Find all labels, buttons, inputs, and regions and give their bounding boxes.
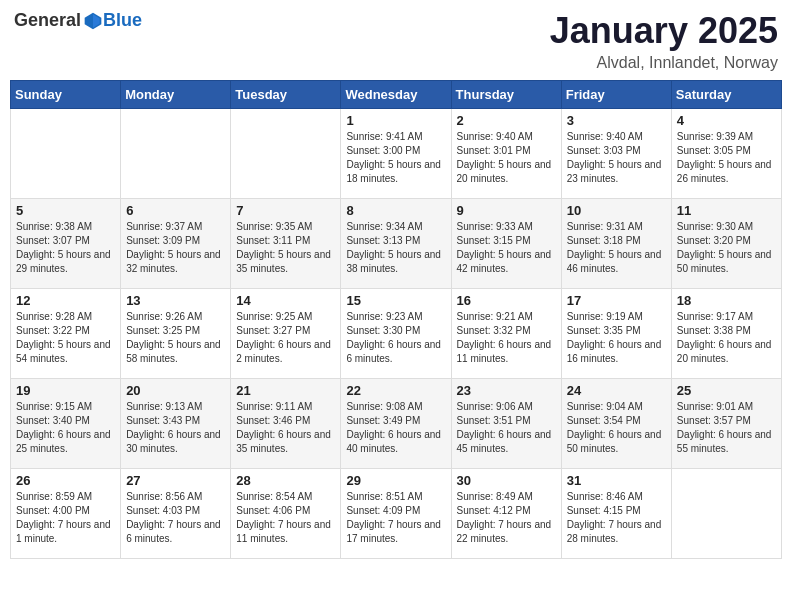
calendar-cell: 23Sunrise: 9:06 AM Sunset: 3:51 PM Dayli…: [451, 379, 561, 469]
day-number: 14: [236, 293, 335, 308]
day-info: Sunrise: 9:11 AM Sunset: 3:46 PM Dayligh…: [236, 400, 335, 456]
day-number: 3: [567, 113, 666, 128]
day-info: Sunrise: 9:28 AM Sunset: 3:22 PM Dayligh…: [16, 310, 115, 366]
day-info: Sunrise: 9:37 AM Sunset: 3:09 PM Dayligh…: [126, 220, 225, 276]
calendar-cell: 1Sunrise: 9:41 AM Sunset: 3:00 PM Daylig…: [341, 109, 451, 199]
day-info: Sunrise: 9:04 AM Sunset: 3:54 PM Dayligh…: [567, 400, 666, 456]
calendar-cell: 28Sunrise: 8:54 AM Sunset: 4:06 PM Dayli…: [231, 469, 341, 559]
calendar-cell: 9Sunrise: 9:33 AM Sunset: 3:15 PM Daylig…: [451, 199, 561, 289]
calendar-header-row: SundayMondayTuesdayWednesdayThursdayFrid…: [11, 81, 782, 109]
calendar-cell: 6Sunrise: 9:37 AM Sunset: 3:09 PM Daylig…: [121, 199, 231, 289]
calendar-cell: 22Sunrise: 9:08 AM Sunset: 3:49 PM Dayli…: [341, 379, 451, 469]
day-info: Sunrise: 9:23 AM Sunset: 3:30 PM Dayligh…: [346, 310, 445, 366]
calendar-cell: 30Sunrise: 8:49 AM Sunset: 4:12 PM Dayli…: [451, 469, 561, 559]
logo-blue: Blue: [103, 10, 142, 31]
calendar-cell: [11, 109, 121, 199]
day-info: Sunrise: 8:51 AM Sunset: 4:09 PM Dayligh…: [346, 490, 445, 546]
weekday-header: Thursday: [451, 81, 561, 109]
calendar-cell: [121, 109, 231, 199]
day-number: 30: [457, 473, 556, 488]
day-info: Sunrise: 9:17 AM Sunset: 3:38 PM Dayligh…: [677, 310, 776, 366]
calendar-cell: 17Sunrise: 9:19 AM Sunset: 3:35 PM Dayli…: [561, 289, 671, 379]
calendar-cell: 27Sunrise: 8:56 AM Sunset: 4:03 PM Dayli…: [121, 469, 231, 559]
calendar-cell: 12Sunrise: 9:28 AM Sunset: 3:22 PM Dayli…: [11, 289, 121, 379]
day-number: 15: [346, 293, 445, 308]
weekday-header: Wednesday: [341, 81, 451, 109]
day-info: Sunrise: 9:21 AM Sunset: 3:32 PM Dayligh…: [457, 310, 556, 366]
day-number: 23: [457, 383, 556, 398]
day-number: 18: [677, 293, 776, 308]
calendar-cell: 3Sunrise: 9:40 AM Sunset: 3:03 PM Daylig…: [561, 109, 671, 199]
calendar-cell: 13Sunrise: 9:26 AM Sunset: 3:25 PM Dayli…: [121, 289, 231, 379]
calendar-cell: 19Sunrise: 9:15 AM Sunset: 3:40 PM Dayli…: [11, 379, 121, 469]
calendar-cell: 16Sunrise: 9:21 AM Sunset: 3:32 PM Dayli…: [451, 289, 561, 379]
weekday-header: Friday: [561, 81, 671, 109]
day-info: Sunrise: 8:56 AM Sunset: 4:03 PM Dayligh…: [126, 490, 225, 546]
day-info: Sunrise: 9:40 AM Sunset: 3:01 PM Dayligh…: [457, 130, 556, 186]
day-info: Sunrise: 9:19 AM Sunset: 3:35 PM Dayligh…: [567, 310, 666, 366]
calendar-week-row: 1Sunrise: 9:41 AM Sunset: 3:00 PM Daylig…: [11, 109, 782, 199]
calendar-week-row: 12Sunrise: 9:28 AM Sunset: 3:22 PM Dayli…: [11, 289, 782, 379]
day-number: 20: [126, 383, 225, 398]
day-number: 7: [236, 203, 335, 218]
calendar-week-row: 26Sunrise: 8:59 AM Sunset: 4:00 PM Dayli…: [11, 469, 782, 559]
day-info: Sunrise: 9:31 AM Sunset: 3:18 PM Dayligh…: [567, 220, 666, 276]
calendar-cell: 21Sunrise: 9:11 AM Sunset: 3:46 PM Dayli…: [231, 379, 341, 469]
day-number: 4: [677, 113, 776, 128]
day-number: 11: [677, 203, 776, 218]
weekday-header: Tuesday: [231, 81, 341, 109]
day-number: 9: [457, 203, 556, 218]
location: Alvdal, Innlandet, Norway: [550, 54, 778, 72]
logo: General Blue: [14, 10, 142, 31]
page-header: General Blue January 2025 Alvdal, Innlan…: [10, 10, 782, 72]
calendar-cell: 4Sunrise: 9:39 AM Sunset: 3:05 PM Daylig…: [671, 109, 781, 199]
calendar-table: SundayMondayTuesdayWednesdayThursdayFrid…: [10, 80, 782, 559]
calendar-cell: 14Sunrise: 9:25 AM Sunset: 3:27 PM Dayli…: [231, 289, 341, 379]
day-number: 31: [567, 473, 666, 488]
day-info: Sunrise: 8:54 AM Sunset: 4:06 PM Dayligh…: [236, 490, 335, 546]
day-number: 24: [567, 383, 666, 398]
day-number: 6: [126, 203, 225, 218]
day-number: 5: [16, 203, 115, 218]
day-number: 10: [567, 203, 666, 218]
day-number: 19: [16, 383, 115, 398]
logo-general: General: [14, 10, 81, 31]
calendar-cell: 20Sunrise: 9:13 AM Sunset: 3:43 PM Dayli…: [121, 379, 231, 469]
month-title: January 2025: [550, 10, 778, 52]
day-info: Sunrise: 9:26 AM Sunset: 3:25 PM Dayligh…: [126, 310, 225, 366]
day-info: Sunrise: 8:46 AM Sunset: 4:15 PM Dayligh…: [567, 490, 666, 546]
day-info: Sunrise: 9:06 AM Sunset: 3:51 PM Dayligh…: [457, 400, 556, 456]
day-info: Sunrise: 9:34 AM Sunset: 3:13 PM Dayligh…: [346, 220, 445, 276]
calendar-cell: 5Sunrise: 9:38 AM Sunset: 3:07 PM Daylig…: [11, 199, 121, 289]
day-info: Sunrise: 8:49 AM Sunset: 4:12 PM Dayligh…: [457, 490, 556, 546]
calendar-cell: 11Sunrise: 9:30 AM Sunset: 3:20 PM Dayli…: [671, 199, 781, 289]
calendar-week-row: 5Sunrise: 9:38 AM Sunset: 3:07 PM Daylig…: [11, 199, 782, 289]
calendar-cell: [671, 469, 781, 559]
day-info: Sunrise: 9:08 AM Sunset: 3:49 PM Dayligh…: [346, 400, 445, 456]
calendar-cell: 25Sunrise: 9:01 AM Sunset: 3:57 PM Dayli…: [671, 379, 781, 469]
day-number: 1: [346, 113, 445, 128]
calendar-week-row: 19Sunrise: 9:15 AM Sunset: 3:40 PM Dayli…: [11, 379, 782, 469]
day-number: 12: [16, 293, 115, 308]
logo-icon: [83, 11, 103, 31]
calendar-cell: 31Sunrise: 8:46 AM Sunset: 4:15 PM Dayli…: [561, 469, 671, 559]
day-number: 22: [346, 383, 445, 398]
day-number: 26: [16, 473, 115, 488]
day-number: 27: [126, 473, 225, 488]
calendar-cell: 7Sunrise: 9:35 AM Sunset: 3:11 PM Daylig…: [231, 199, 341, 289]
weekday-header: Sunday: [11, 81, 121, 109]
calendar-cell: 2Sunrise: 9:40 AM Sunset: 3:01 PM Daylig…: [451, 109, 561, 199]
calendar-cell: [231, 109, 341, 199]
calendar-cell: 10Sunrise: 9:31 AM Sunset: 3:18 PM Dayli…: [561, 199, 671, 289]
day-info: Sunrise: 9:15 AM Sunset: 3:40 PM Dayligh…: [16, 400, 115, 456]
day-info: Sunrise: 9:25 AM Sunset: 3:27 PM Dayligh…: [236, 310, 335, 366]
calendar-cell: 15Sunrise: 9:23 AM Sunset: 3:30 PM Dayli…: [341, 289, 451, 379]
day-number: 28: [236, 473, 335, 488]
day-number: 29: [346, 473, 445, 488]
day-number: 21: [236, 383, 335, 398]
day-info: Sunrise: 9:30 AM Sunset: 3:20 PM Dayligh…: [677, 220, 776, 276]
calendar-cell: 26Sunrise: 8:59 AM Sunset: 4:00 PM Dayli…: [11, 469, 121, 559]
calendar-cell: 29Sunrise: 8:51 AM Sunset: 4:09 PM Dayli…: [341, 469, 451, 559]
day-number: 2: [457, 113, 556, 128]
day-number: 8: [346, 203, 445, 218]
